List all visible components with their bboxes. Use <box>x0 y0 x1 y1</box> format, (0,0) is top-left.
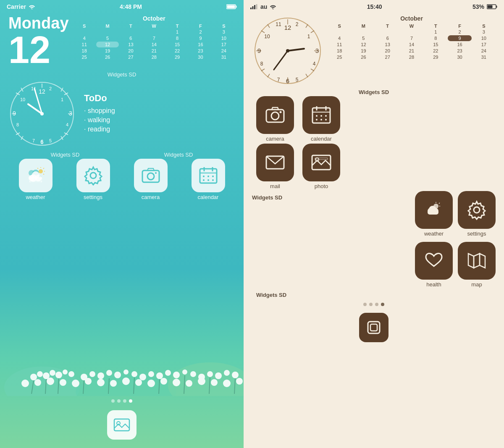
app-item-calendar-right[interactable]: calendar <box>302 96 340 142</box>
top-app-row2-right: mail photo <box>256 144 491 189</box>
svg-point-59 <box>207 179 209 181</box>
svg-line-135 <box>311 69 314 71</box>
svg-point-68 <box>55 372 62 378</box>
dot-3-left[interactable] <box>123 399 126 403</box>
app-item-camera-right[interactable]: camera <box>256 96 294 142</box>
todo-widget: ToDo · shopping · walking · reading <box>80 80 235 147</box>
photo-icon-left <box>113 417 130 433</box>
dot-4-left[interactable] <box>129 399 132 403</box>
svg-point-78 <box>139 374 146 380</box>
app-item-calendar-left[interactable]: calendar <box>192 159 225 200</box>
dot-2-left[interactable] <box>117 399 121 403</box>
health-icon-box-right[interactable] <box>415 242 453 280</box>
cal-day: 3 <box>213 29 235 35</box>
svg-point-60 <box>212 179 214 181</box>
cal-day-today: 12 <box>96 42 119 47</box>
cal-day: 10 <box>213 35 235 41</box>
svg-rect-118 <box>114 419 129 431</box>
app-item-photo-right[interactable]: photo <box>302 144 340 189</box>
app-item-camera-left[interactable]: camera <box>134 159 168 200</box>
settings-icon-box-left[interactable] <box>76 159 110 192</box>
app-label-weather-left: weather <box>26 194 45 200</box>
app-item-mail-right[interactable]: mail <box>256 144 294 189</box>
svg-point-165 <box>316 119 318 121</box>
calendar-icon-box-left[interactable] <box>192 159 225 192</box>
settings-icon-box-right[interactable] <box>458 191 496 229</box>
weather-icon-box-left[interactable] <box>19 159 52 192</box>
svg-line-153 <box>274 51 288 70</box>
battery-percent-right: 53% <box>472 3 484 10</box>
svg-text:5: 5 <box>296 77 299 83</box>
svg-point-76 <box>123 369 129 375</box>
svg-line-133 <box>306 74 308 77</box>
cal-day: 23 <box>189 48 212 54</box>
bottom-app-icons-right: weather settings health <box>415 191 496 288</box>
battery-group-right: 53% <box>472 3 497 10</box>
todo-item-walking: · walking <box>84 116 231 124</box>
svg-point-56 <box>207 176 209 177</box>
todo-title: ToDo <box>84 93 231 104</box>
app-item-weather-left[interactable]: weather <box>19 159 52 200</box>
dot-1-left[interactable] <box>111 399 115 403</box>
camera-icon-box-right[interactable] <box>256 96 294 134</box>
svg-rect-1 <box>236 6 237 8</box>
app-label-calendar-left: calendar <box>198 194 219 200</box>
calendar-icon-left <box>198 165 218 186</box>
svg-point-162 <box>316 115 318 117</box>
photo-icon-box-right[interactable] <box>302 144 340 181</box>
svg-point-98 <box>122 377 130 385</box>
svg-point-106 <box>223 380 231 387</box>
app-item-map-right[interactable]: map <box>458 242 496 288</box>
svg-point-93 <box>60 379 66 386</box>
map-icon-box-right[interactable] <box>458 242 496 280</box>
svg-rect-120 <box>250 8 252 9</box>
phone-left: Carrier 4:48 PM Monday 12 October S M <box>0 0 244 448</box>
svg-point-88 <box>224 370 230 376</box>
svg-point-166 <box>320 119 322 121</box>
dot-3-right[interactable] <box>375 303 378 306</box>
middle-widget-left: 12 3 6 9 1 4 5 7 8 10 11 2 ToDo <box>0 79 244 149</box>
svg-rect-121 <box>252 6 254 9</box>
svg-rect-125 <box>496 6 497 8</box>
svg-marker-181 <box>468 254 474 268</box>
app-label-weather-right: weather <box>424 231 444 237</box>
dot-1-right[interactable] <box>363 303 367 306</box>
dock-right <box>244 309 504 346</box>
clock-widget-left: 12 3 6 9 1 4 5 7 8 10 11 2 <box>8 80 76 147</box>
todo-item-shopping: · shopping <box>84 107 231 115</box>
map-icon-right <box>466 250 487 271</box>
dock-photo-icon-left[interactable] <box>107 410 136 440</box>
carrier-right: au <box>260 3 267 10</box>
camera-icon-box-left[interactable] <box>134 159 168 192</box>
app-item-settings-right[interactable]: settings <box>458 191 496 237</box>
svg-rect-179 <box>428 210 438 215</box>
phone-right: au 15:40 53% <box>244 0 504 448</box>
health-icon-right <box>423 250 444 271</box>
dot-4-right[interactable] <box>381 303 384 306</box>
svg-point-92 <box>47 377 54 385</box>
photo-icon-right <box>311 152 332 173</box>
app-icons-row-left: weather settings camera <box>0 159 244 200</box>
widgets-sd-row3-right: Widgets SD <box>244 289 504 300</box>
dot-2-right[interactable] <box>369 303 373 306</box>
svg-rect-185 <box>370 324 377 331</box>
cal-header: S <box>213 24 235 29</box>
app-item-settings-left[interactable]: settings <box>76 159 110 200</box>
mail-icon-box-right[interactable] <box>256 144 294 181</box>
cal-header: W <box>143 24 165 29</box>
cal-header-dark: F <box>448 24 471 29</box>
svg-point-99 <box>135 379 142 386</box>
svg-line-152 <box>288 49 304 51</box>
svg-line-134 <box>261 31 265 33</box>
cal-header-dark: T <box>376 24 399 29</box>
weather-icon-box-right[interactable] <box>415 191 453 229</box>
app-item-health-right[interactable]: health <box>415 242 453 288</box>
dock-square-icon-right[interactable] <box>359 313 388 342</box>
calendar-icon-box-right[interactable] <box>302 96 340 134</box>
svg-point-100 <box>147 380 155 387</box>
widgets-sd-top-right: Widgets SD <box>244 86 504 96</box>
svg-text:10: 10 <box>264 34 270 39</box>
cal-day: 4 <box>73 35 96 41</box>
signal-icon-right <box>250 4 258 9</box>
app-item-weather-right[interactable]: weather <box>415 191 453 237</box>
